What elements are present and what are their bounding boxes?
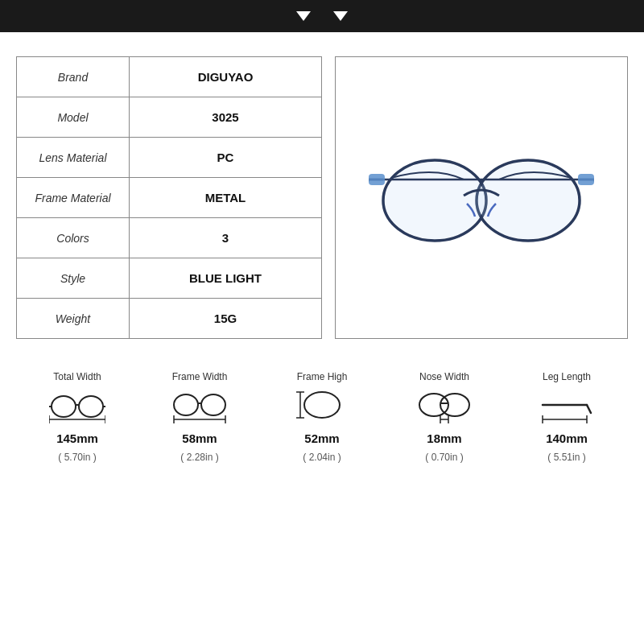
svg-point-32 [440, 394, 469, 416]
table-row: Lens Material PC [17, 138, 322, 178]
table-row: Weight 15G [17, 299, 322, 339]
svg-rect-9 [369, 174, 385, 185]
table-label-3: Frame Material [17, 178, 130, 218]
dimension-item-total-width: Total Width 145mm ( 5.70in ) [16, 371, 138, 463]
dim-label-3: Nose Width [419, 371, 469, 382]
dimensions-section: Total Width 145mm ( 5.70in ) Frame Width [0, 355, 644, 471]
table-row: Frame Material METAL [17, 178, 322, 218]
dim-label-0: Total Width [53, 371, 101, 382]
glasses-image-box [335, 56, 628, 339]
svg-line-38 [587, 405, 591, 413]
table-label-5: Style [17, 258, 130, 299]
svg-point-11 [52, 396, 76, 417]
table-label-0: Brand [17, 57, 130, 97]
dimension-item-leg-length: Leg Length 140mm ( 5.51in ) [506, 371, 628, 463]
dimension-item-frame-high: Frame High 52mm ( 2.04in ) [261, 371, 383, 463]
table-value-4: 3 [130, 218, 322, 258]
dim-icon-nose-width [416, 389, 473, 425]
dim-icon-frame-high [294, 389, 350, 425]
header-triangle-left [296, 11, 311, 21]
dim-label-1: Frame Width [172, 371, 228, 382]
dimension-item-frame-width: Frame Width 58mm ( 2.28in ) [138, 371, 261, 463]
dim-value-1: 58mm [182, 431, 217, 445]
dim-sub-3: ( 0.70in ) [425, 452, 463, 463]
table-value-2: PC [130, 138, 322, 178]
table-row: Model 3025 [17, 97, 322, 138]
dimension-item-nose-width: Nose Width 18mm ( 0.70in ) [383, 371, 506, 463]
dim-sub-4: ( 5.51in ) [547, 452, 585, 463]
dim-value-4: 140mm [546, 431, 588, 445]
table-row: Colors 3 [17, 218, 322, 258]
dim-sub-1: ( 2.28in ) [180, 452, 218, 463]
dim-value-0: 145mm [56, 431, 98, 445]
table-value-5: BLUE LIGHT [130, 258, 322, 299]
dim-sub-0: ( 5.70in ) [58, 452, 96, 463]
table-label-1: Model [17, 97, 130, 138]
svg-point-22 [201, 394, 225, 415]
svg-point-3 [478, 162, 578, 239]
table-value-3: METAL [130, 178, 322, 218]
dim-value-2: 52mm [304, 431, 339, 445]
svg-point-27 [304, 392, 340, 418]
svg-point-2 [385, 162, 485, 239]
dim-value-3: 18mm [427, 431, 461, 445]
table-row: Brand DIGUYAO [17, 57, 322, 97]
table-label-2: Lens Material [17, 138, 130, 178]
header-triangle-right [333, 11, 348, 21]
dim-icon-frame-width [171, 389, 228, 425]
page-header [0, 0, 644, 32]
table-label-6: Weight [17, 299, 130, 339]
glasses-image [344, 65, 619, 330]
main-section: Brand DIGUYAO Model 3025 Lens Material P… [0, 32, 644, 355]
table-value-6: 15G [130, 299, 322, 339]
table-value-1: 3025 [130, 97, 322, 138]
dim-label-2: Frame High [297, 371, 348, 382]
dim-icon-leg-length [539, 389, 595, 425]
svg-point-12 [79, 396, 103, 417]
table-label-4: Colors [17, 218, 130, 258]
table-row: Style BLUE LIGHT [17, 258, 322, 299]
dim-label-4: Leg Length [543, 371, 591, 382]
product-info-table: Brand DIGUYAO Model 3025 Lens Material P… [16, 56, 322, 339]
svg-point-21 [174, 394, 198, 415]
dim-icon-total-width [49, 389, 105, 425]
svg-rect-10 [578, 174, 594, 185]
dim-sub-2: ( 2.04in ) [303, 452, 341, 463]
table-value-0: DIGUYAO [130, 57, 322, 97]
glasses-svg [369, 130, 594, 266]
